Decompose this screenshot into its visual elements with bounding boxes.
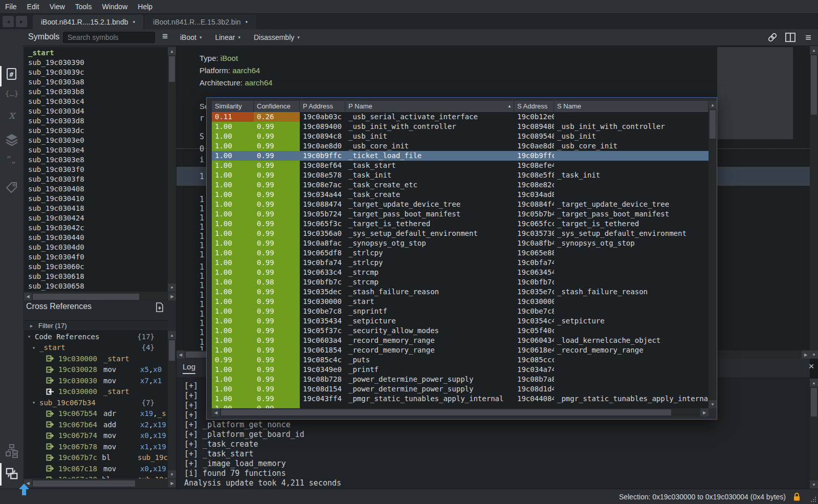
function-match-dialog[interactable]: SimilarityConfidenceP AddressP Name▲S Ad… [206, 97, 717, 420]
navigate-up-icon[interactable] [18, 483, 30, 496]
expander-icon[interactable]: ▾ [32, 400, 35, 405]
xref-row[interactable]: 19c067b78movx1, x19 [24, 441, 168, 452]
scroll-down-icon[interactable]: ▼ [168, 470, 176, 478]
symbol-item[interactable]: sub_19c0303b8 [28, 87, 168, 97]
menu-edit[interactable]: Edit [22, 0, 45, 13]
xrefs-vertical-scrollbar[interactable]: ▲ ▼ [168, 331, 176, 478]
scroll-thumb[interactable] [221, 409, 671, 415]
match-row[interactable]: 1.000.9919c061854_record_memory_range19c… [212, 345, 709, 355]
match-row[interactable]: 0.990.9919c085c4c_puts19c085ccc [212, 355, 709, 365]
dropdown-disassembly[interactable]: Disassembly▾ [254, 33, 300, 41]
match-row[interactable]: 1.000.9919c08ef64_task_start19c08efe4 [212, 161, 709, 170]
menu-tools[interactable]: Tools [70, 0, 97, 13]
panel-splitter[interactable]: ······· [23, 296, 168, 301]
types-panel-icon[interactable]: {…} [5, 87, 18, 100]
scroll-down-icon[interactable]: ▼ [810, 480, 818, 489]
symbol-item[interactable]: sub_19c0303a8 [28, 77, 168, 87]
match-row[interactable]: 1.000.99 [212, 404, 709, 408]
column-header-p_name[interactable]: P Name▲ [345, 101, 514, 112]
scroll-up-icon[interactable]: ▲ [810, 379, 818, 387]
tab-document-2[interactable]: iBoot.n841.R...E.15.3b2.bin● [145, 15, 256, 29]
scroll-right-icon[interactable]: ▶ [168, 293, 176, 300]
column-header-s_address[interactable]: S Address [514, 101, 554, 112]
scroll-thumb[interactable] [169, 56, 175, 82]
match-row[interactable]: 1.000.9819c0bfb7c_strcmp19c0bfb7c [212, 277, 709, 287]
xref-row[interactable]: 19c030028movx5, x0 [24, 364, 168, 376]
symbols-list[interactable]: _startsub_19c030390sub_19c03039csub_19c0… [24, 47, 168, 292]
tags-panel-icon[interactable] [5, 181, 18, 194]
scroll-right-icon[interactable]: ▶ [700, 408, 709, 417]
symbol-item[interactable]: sub_19c030408 [28, 184, 168, 194]
match-row[interactable]: 1.000.9919c0bfa74_strlcpy19c0bfa74 [212, 258, 709, 268]
column-header-confidence[interactable]: Confidence [254, 101, 300, 112]
main-vertical-scrollbar[interactable]: ▲ [810, 46, 818, 350]
expander-icon[interactable]: ▾ [28, 334, 31, 339]
strings-panel-icon[interactable]: “” [5, 156, 18, 169]
dialog-vertical-scrollbar[interactable]: ▲ ▼ [709, 101, 717, 408]
menu-window[interactable]: Window [97, 0, 132, 13]
match-row[interactable]: 1.000.9919c0349e0_printf19c034a74 [212, 365, 709, 375]
match-row[interactable]: 1.000.9919c0be7c8_snprintf19c0be7c8 [212, 306, 709, 316]
match-row[interactable]: 1.000.9919c0894c8_usb_init19c089548_usb_… [212, 132, 709, 141]
xref-row[interactable]: 19c067b7cblsub_19c [24, 452, 168, 464]
scroll-thumb[interactable] [169, 340, 175, 361]
menu-file[interactable]: File [0, 0, 22, 13]
new-xref-window-icon[interactable] [156, 302, 165, 313]
scroll-left-icon[interactable]: ◀ [176, 350, 185, 359]
scroll-up-icon[interactable]: ▲ [168, 47, 176, 55]
symbol-item[interactable]: sub_19c030440 [28, 233, 168, 243]
symbol-item[interactable]: sub_19c0303c4 [28, 97, 168, 106]
tab-log[interactable]: Log [183, 362, 195, 374]
stack-panel-icon[interactable] [5, 133, 18, 146]
dropdown-iboot[interactable]: iBoot▾ [180, 33, 202, 41]
tab-nav-back-button[interactable]: ◂ [3, 16, 14, 27]
match-row[interactable]: 1.000.9919c035dec_stash_failure_reason19… [212, 287, 709, 297]
column-header-similarity[interactable]: Similarity [212, 101, 254, 112]
xref-row[interactable]: 19c067b64addx2, x19 [24, 419, 168, 430]
symbol-item[interactable]: sub_19c0304d0 [28, 243, 168, 252]
match-row[interactable]: 1.000.9919c0ae8d0_usb_core_init19c0ae8d8… [212, 141, 709, 151]
symbol-item[interactable]: sub_19c03060c [28, 262, 168, 272]
symbols-panel-icon[interactable]: # [5, 68, 18, 81]
match-row[interactable]: 1.000.9919c0633c4_strcmp19c063454 [212, 268, 709, 277]
menu-help[interactable]: Help [132, 0, 158, 13]
xrefs-tree[interactable]: ▾Code References{17}▾_start{4}19c030000_… [24, 331, 168, 478]
log-vertical-scrollbar[interactable]: ▲ ▼ [810, 379, 818, 489]
column-header-s_name[interactable]: S Name [554, 101, 709, 112]
match-row[interactable]: 1.000.9919c05f37c_security_allow_modes19… [212, 326, 709, 336]
scroll-thumb[interactable] [33, 480, 135, 487]
symbol-item[interactable]: sub_19c0303d8 [28, 116, 168, 126]
match-row[interactable]: 1.000.9919c030000_start19c030000 [212, 297, 709, 306]
dropdown-linear[interactable]: Linear▾ [215, 33, 240, 41]
symbol-item[interactable]: sub_19c030390 [28, 58, 168, 68]
match-row[interactable]: 1.000.9919c08d154_power_determine_power_… [212, 384, 709, 394]
scroll-thumb[interactable] [811, 55, 817, 115]
match-row[interactable]: 1.000.9919c08e578_task_init19c08e5f8_tas… [212, 170, 709, 180]
match-row[interactable]: 1.000.9919c0603a4_record_memory_range19c… [212, 336, 709, 345]
view-menu-icon[interactable]: ≡ [803, 32, 814, 43]
hamburger-icon[interactable]: ≡ [162, 31, 168, 42]
resize-grip[interactable] [810, 496, 817, 503]
symbol-item[interactable]: sub_19c0303e8 [28, 155, 168, 165]
xref-row[interactable]: 19c030000_start [24, 386, 168, 398]
symbols-vertical-scrollbar[interactable]: ▲ ▼ [168, 47, 176, 292]
match-row[interactable]: 1.000.9919c035434_setpicture19c0354c4_se… [212, 316, 709, 326]
symbol-item[interactable]: sub_19c03042c [28, 223, 168, 233]
xref-group-row[interactable]: ▾_start{4} [24, 342, 168, 354]
symbol-item[interactable]: sub_19c0303f0 [28, 165, 168, 174]
match-row[interactable]: 1.000.9919c05b724_target_pass_boot_manif… [212, 209, 709, 219]
split-view-icon[interactable] [785, 32, 796, 43]
match-row[interactable]: 1.000.9919c0a8fac_synopsys_otg_stop19c0a… [212, 238, 709, 248]
expander-icon[interactable]: ▾ [32, 345, 35, 350]
symbol-item[interactable]: _start [28, 48, 168, 58]
symbol-item[interactable]: sub_19c0303dc [28, 126, 168, 136]
match-row[interactable]: 1.000.9919c089400_usb_init_with_controll… [212, 122, 709, 132]
scroll-up-icon[interactable]: ▲ [709, 101, 717, 109]
scroll-down-icon[interactable]: ▼ [168, 283, 176, 292]
match-row[interactable]: 1.000.9919c065df8_strlcpy19c065e88 [212, 248, 709, 258]
match-row[interactable]: 1.000.9919c088474_target_update_device_t… [212, 200, 709, 209]
mini-graph-icon[interactable] [5, 445, 18, 458]
symbol-item[interactable]: sub_19c030658 [28, 281, 168, 291]
symbol-item[interactable]: sub_19c0303f8 [28, 174, 168, 184]
match-row[interactable]: 1.000.9919c08b728_power_determine_power_… [212, 375, 709, 384]
